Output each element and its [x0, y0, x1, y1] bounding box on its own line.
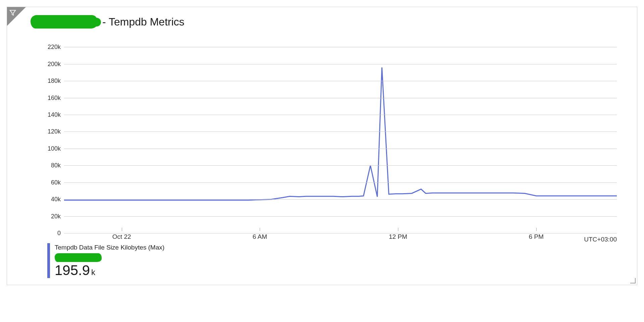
timezone-label: UTC+03:00: [584, 236, 617, 243]
chart-gridline: [64, 216, 617, 217]
chart-gridline: [64, 115, 617, 115]
chart-y-tick-label: 80k: [41, 162, 61, 169]
chart-gridline: [64, 98, 617, 98]
chart-y-tick-label: 100k: [41, 145, 61, 152]
chart-y-tick-label: 60k: [41, 179, 61, 186]
chart-y-tick-label: 40k: [41, 196, 61, 203]
resize-handle[interactable]: [629, 277, 636, 283]
chart-x-tick-label: Oct 22: [112, 233, 131, 240]
legend-value: 195.9k: [55, 263, 164, 277]
chart-gridline: [64, 182, 617, 183]
legend-color-bar: [47, 243, 50, 278]
chart-y-tick-label: 120k: [41, 128, 61, 135]
panel-title: - Tempdb Metrics: [102, 16, 184, 28]
chart-gridline: [64, 64, 617, 64]
chart-gridline: [64, 81, 617, 81]
chart-y-tick-label: 220k: [41, 44, 61, 51]
chart-gridline: [64, 149, 617, 149]
chart-gridline: [64, 131, 617, 132]
chart-gridline: [64, 47, 617, 47]
chart-y-tick-label: 160k: [41, 94, 61, 101]
chart-container: UTC+03:00 Oct 226 AM12 PM6 PM 020k40k60k…: [7, 32, 637, 233]
chart-x-tick-label: 6 AM: [253, 233, 267, 240]
filter-icon: [9, 9, 16, 16]
chart-y-tick-label: 180k: [41, 77, 61, 85]
legend-value-unit: k: [91, 268, 95, 277]
chart-x-tick-label: 6 PM: [529, 233, 543, 240]
chart-y-tick-label: 0: [41, 230, 61, 237]
legend-value-number: 195.9: [55, 262, 90, 278]
panel-header: - Tempdb Metrics: [7, 7, 637, 32]
chart-x-axis: UTC+03:00 Oct 226 AM12 PM6 PM: [64, 233, 617, 236]
chart-gridline: [64, 199, 617, 200]
chart-gridline: [64, 233, 617, 233]
chart-y-tick-label: 20k: [41, 213, 61, 220]
chart-y-tick-label: 200k: [41, 60, 61, 67]
chart-x-tick-label: 12 PM: [389, 233, 407, 240]
redacted-subtitle: [55, 253, 102, 262]
chart-gridline: [64, 165, 617, 166]
metrics-panel: - Tempdb Metrics UTC+03:00 Oct 226 AM12 …: [7, 7, 637, 285]
chart-plot-area[interactable]: UTC+03:00 Oct 226 AM12 PM6 PM 020k40k60k…: [41, 39, 617, 233]
chart-plot: [64, 39, 617, 233]
chart-y-tick-label: 140k: [41, 111, 61, 118]
redacted-resource-name: [31, 15, 98, 29]
chart-series-line: [64, 67, 617, 200]
filter-corner-button[interactable]: [7, 7, 26, 26]
legend-series-label: Tempdb Data File Size Kilobytes (Max): [55, 244, 164, 251]
legend-entry[interactable]: Tempdb Data File Size Kilobytes (Max) 19…: [55, 243, 164, 278]
